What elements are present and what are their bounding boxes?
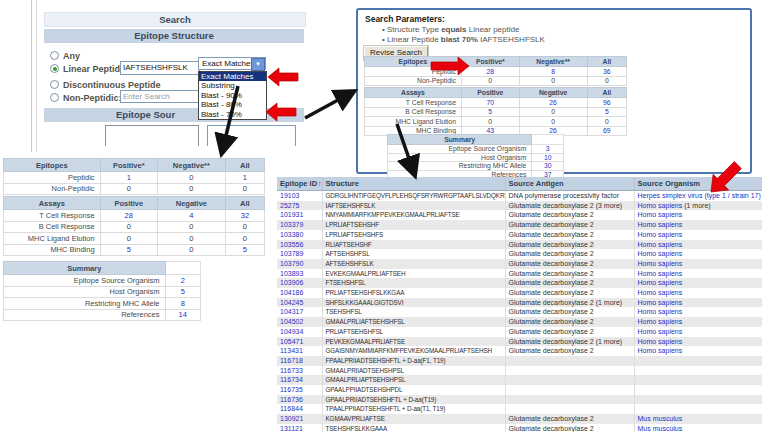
source-organism-link[interactable]: Homo sapiens [638, 211, 683, 218]
source-organism-link[interactable]: Homo sapiens [638, 221, 683, 228]
count-link[interactable]: 5 [127, 245, 131, 254]
count-zero: 0 [551, 108, 555, 115]
dropdown-option[interactable]: Blast - 80% [199, 100, 266, 109]
source-organism-link[interactable]: Homo sapiens [638, 338, 683, 345]
search-criteria-list: Structure Type equals Linear peptide Lin… [382, 25, 545, 44]
source-organism-link[interactable]: Homo sapiens [638, 270, 683, 277]
epitope-id-link[interactable]: 103893 [280, 270, 303, 277]
radio-non-peptidic[interactable] [50, 93, 59, 102]
cut-off-input[interactable] [207, 125, 296, 146]
column-header-source-antigen[interactable]: Source Antigen [505, 177, 634, 191]
epitope-id-link[interactable]: 116736 [280, 396, 303, 403]
source-organism-link[interactable]: Mus musculus [638, 425, 683, 432]
count-link[interactable]: 14 [179, 310, 187, 319]
epitope-id-link[interactable]: 25275 [280, 202, 299, 209]
source-organism-link[interactable]: Homo sapiens [638, 299, 683, 306]
stats-row: Epitope Source Organism2 [4, 275, 201, 287]
radio-linear-peptide[interactable] [50, 64, 59, 73]
dropdown-option[interactable]: Blast - 90% [199, 91, 266, 100]
row-label: Peptidic [365, 67, 462, 77]
count-link[interactable]: 8 [551, 68, 555, 75]
source-organism-link[interactable]: Homo sapiens [638, 250, 683, 257]
column-header-structure[interactable]: Structure [322, 177, 505, 191]
radio-any[interactable] [50, 51, 59, 60]
count-link[interactable]: 10 [544, 154, 552, 161]
source-organism-link[interactable]: Homo sapiens [638, 328, 683, 335]
linear-peptide-input[interactable]: IAFTSEHSHFSLK [120, 61, 200, 75]
count-link[interactable]: 2 [181, 276, 185, 285]
count-link[interactable]: 5 [181, 287, 185, 296]
epitope-id-link[interactable]: 104317 [280, 308, 303, 315]
dropdown-option[interactable]: Exact Matches [199, 72, 266, 81]
epitope-id-link[interactable]: 101931 [280, 211, 303, 218]
epitope-id-link[interactable]: 116734 [280, 376, 303, 383]
column-header-epitope-id[interactable]: Epitope ID↑ [277, 177, 322, 191]
dropdown-option[interactable]: Substring [199, 81, 266, 90]
epitope-id-link[interactable]: 19103 [280, 192, 299, 199]
source-organism-link[interactable]: Homo sapiens [638, 308, 683, 315]
count-link[interactable]: 1 [127, 173, 131, 182]
match-type-select[interactable]: Exact Matches ▼ [198, 57, 266, 70]
source-organism-link[interactable]: Homo sapiens [638, 279, 683, 286]
count-link[interactable]: 70 [486, 99, 494, 106]
count-link[interactable]: 1 [243, 173, 247, 182]
source-antigen-cell: Glutamate decarboxylase 2 [505, 220, 634, 230]
epitope-id-link[interactable]: 113431 [280, 347, 303, 354]
stats-row: T Cell Response28432 [4, 210, 265, 222]
epitope-id-link[interactable]: 116844 [280, 405, 303, 412]
column-header-all: All [225, 197, 264, 210]
source-organism-link[interactable]: Homo sapiens [638, 289, 683, 296]
epitope-id-link[interactable]: 103790 [280, 260, 303, 267]
count-link[interactable]: 5 [243, 245, 247, 254]
source-organism-link[interactable]: Homo sapiens [638, 231, 683, 238]
epitope-id-link[interactable]: 104934 [280, 328, 303, 335]
stats-row: MHC Ligand Elution000 [365, 117, 627, 127]
non-peptidic-input[interactable]: Enter Search [120, 90, 200, 103]
radio-linear-peptide-label: Linear Peptide: [63, 64, 128, 74]
source-organism-link[interactable]: Homo sapiens [638, 202, 683, 209]
count-link[interactable]: 26 [549, 99, 557, 106]
epitope-id-link[interactable]: 131121 [280, 425, 303, 432]
epitope-id-link[interactable]: 105471 [280, 338, 303, 345]
source-organism-link[interactable]: Mus musculus [638, 415, 683, 422]
count-link[interactable]: 5 [488, 108, 492, 115]
count-link[interactable]: 30 [544, 162, 552, 169]
epitope-id-link[interactable]: 116733 [280, 367, 303, 374]
epitope-id-link[interactable]: 116718 [280, 357, 303, 364]
source-organism-link[interactable]: Homo sapiens [638, 260, 683, 267]
count-link[interactable]: 5 [605, 108, 609, 115]
cut-off-input[interactable] [105, 125, 199, 146]
source-organism-link[interactable]: Homo sapiens [638, 241, 683, 248]
epitope-id-link[interactable]: 103789 [280, 250, 303, 257]
dropdown-option[interactable]: Blast - 70% [199, 110, 266, 119]
epitope-id-link[interactable]: 130921 [280, 415, 303, 422]
source-organism-link[interactable]: Herpes simplex virus (type 1 / strain 17… [638, 192, 761, 199]
epitope-id-link[interactable]: 116735 [280, 386, 303, 393]
count-link[interactable]: 28 [125, 211, 133, 220]
count-link[interactable]: 96 [603, 99, 611, 106]
count-link[interactable]: 36 [603, 68, 611, 75]
epitope-id-link[interactable]: 103906 [280, 279, 303, 286]
count-link[interactable]: 69 [603, 127, 611, 134]
source-organism-cell [634, 385, 762, 395]
section-header-epitope-structure[interactable]: Epitope Structure [44, 29, 304, 43]
epitope-id-link[interactable]: 104186 [280, 289, 303, 296]
source-organism-link[interactable]: Homo sapiens [638, 318, 683, 325]
radio-discontinuous-peptide[interactable] [50, 80, 59, 89]
count-link[interactable]: 3 [546, 145, 550, 152]
column-header-source-organism[interactable]: Source Organism [634, 177, 762, 191]
count-link[interactable]: 28 [486, 68, 494, 75]
epitope-id-link[interactable]: 104245 [280, 299, 303, 306]
epitope-id-link[interactable]: 103379 [280, 221, 303, 228]
count-link[interactable]: 4 [189, 211, 193, 220]
source-organism-link[interactable]: Homo sapiens [638, 347, 683, 354]
epitope-id-link[interactable]: 103556 [280, 241, 303, 248]
epitope-row: 103380LPRLIAFTSEHSHFSGlutamate decarboxy… [277, 230, 762, 240]
structure-cell: FTSEHSHFSL [326, 278, 502, 288]
count-link[interactable]: 32 [241, 211, 249, 220]
source-organism-cell [634, 395, 762, 405]
criterion-structure-type: Structure Type equals Linear peptide [382, 25, 545, 35]
epitope-id-link[interactable]: 104502 [280, 318, 303, 325]
epitope-id-link[interactable]: 103380 [280, 231, 303, 238]
count-link[interactable]: 8 [181, 299, 185, 308]
